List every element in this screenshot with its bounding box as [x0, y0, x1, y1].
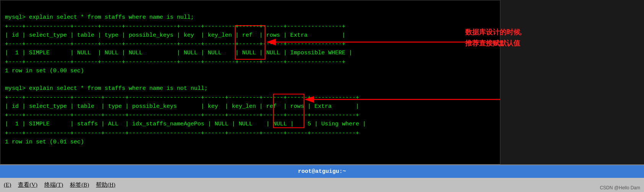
watermark: CSDN @Hello Dam: [600, 185, 640, 190]
annotation-text: 数据库设计的时候, 推荐直接赋默认值: [465, 27, 522, 49]
command-line-2: mysql> explain select * from staffs wher…: [5, 85, 208, 92]
data-row-1: | 1 | SIMPLE | NULL | NULL | NULL | NULL…: [5, 50, 352, 56]
menu-item-edit[interactable]: (E): [4, 182, 11, 188]
row-count-1: 1 row in set (0.00 sec): [5, 68, 84, 74]
data-row-2: | 1 | SIMPLE | staffs | ALL | idx_staffs…: [5, 121, 366, 127]
divider-2: +----+-------------+-------+------+-----…: [5, 41, 345, 47]
terminal-content: mysql> explain select * from staffs wher…: [0, 0, 500, 159]
divider-6: +----+-------------+--------+------+----…: [5, 130, 359, 137]
annotation-line-1: 数据库设计的时候,: [465, 28, 522, 36]
menu-item-view[interactable]: 查看(V): [18, 181, 37, 189]
divider-5: +----+-------------+--------+------+----…: [5, 112, 359, 119]
header-1: | id | select_type | table | type | poss…: [5, 32, 345, 39]
menu-bar[interactable]: (E) 查看(V) 终端(T) 标签(B) 帮助(H): [0, 178, 644, 192]
title-bar-text: root@atguigu:~: [298, 168, 346, 175]
divider-4: +----+-------------+--------+------+----…: [5, 94, 359, 101]
title-bar: root@atguigu:~: [0, 165, 644, 178]
divider-3: +----+-------------+-------+------+-----…: [5, 59, 345, 65]
divider-1: +----+-------------+-------+------+-----…: [5, 23, 345, 30]
header-2: | id | select_type | table | type | poss…: [5, 103, 359, 110]
annotation-line-2: 推荐直接赋默认值: [465, 39, 520, 47]
menu-item-help[interactable]: 帮助(H): [96, 181, 115, 189]
terminal-window: mysql> explain select * from staffs wher…: [0, 0, 500, 164]
menu-item-tabs[interactable]: 标签(B): [70, 181, 89, 189]
taskbar: root@atguigu:~ (E) 查看(V) 终端(T) 标签(B) 帮助(…: [0, 164, 644, 192]
menu-item-terminal[interactable]: 终端(T): [44, 181, 63, 189]
command-line-1: mysql> explain select * from staffs wher…: [5, 14, 194, 21]
row-count-2: 1 row in set (0.01 sec): [5, 139, 84, 145]
